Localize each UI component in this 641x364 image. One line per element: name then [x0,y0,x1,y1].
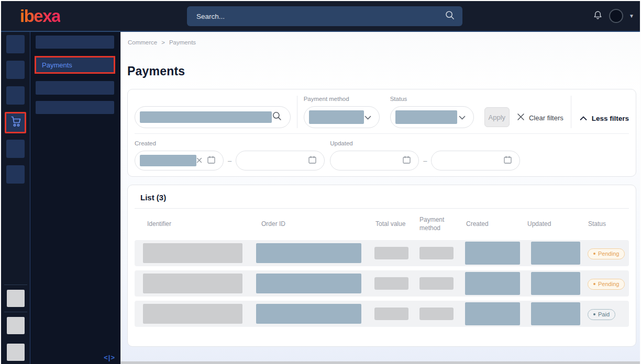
chevron-down-icon [459,112,466,122]
redacted-order-id [256,274,361,293]
redacted-value [395,110,457,124]
chevron-down-icon [364,112,371,122]
payment-method-group: Payment method [304,96,380,128]
redacted-search-value [140,111,272,123]
list-card: List (3) Identifier Order ID Total value… [127,185,636,347]
rail-bottom-item[interactable] [7,290,25,307]
breadcrumb-commerce[interactable]: Commerce [128,39,157,46]
nav-item-commerce-active[interactable] [5,112,26,133]
submenu-item-placeholder[interactable] [36,81,114,95]
divider [571,96,571,128]
calendar-icon[interactable] [207,155,216,166]
column-header-updated: Updated [526,220,583,229]
top-bar-right: ▼ [592,1,634,31]
rail-bottom-item[interactable] [7,317,25,334]
redacted-payment-method [419,308,454,320]
apply-button[interactable]: Apply [484,107,510,127]
icon-sidebar-bottom [1,280,30,364]
filter-search-input[interactable] [135,106,291,128]
table-row[interactable]: Paid [135,301,629,327]
body: Payments <|> Commerce > Payments Payment… [1,32,640,364]
clear-filters-label: Clear filters [529,114,563,122]
status-badge: Pending [588,248,625,259]
redacted-identifier [143,243,242,263]
horizontal-scrollbar[interactable] [120,361,640,364]
column-header-identifier: Identifier [135,220,256,229]
divider [4,285,27,285]
submenu-item-payments[interactable]: Payments [35,56,115,74]
table-row[interactable]: Pending [135,270,629,297]
submenu-item-label: Payments [36,61,72,69]
clear-date-icon[interactable] [196,156,202,165]
range-dash: – [423,157,427,165]
calendar-icon[interactable] [503,155,512,166]
updated-to-input[interactable] [431,151,520,170]
redacted-total-value [374,308,408,320]
updated-group: Updated – [330,140,520,170]
updated-from-input[interactable] [330,151,419,170]
breadcrumb: Commerce > Payments [128,39,634,46]
breadcrumb-current: Payments [169,39,196,46]
nav-item-placeholder[interactable] [6,86,25,105]
less-filters-button[interactable]: Less filters [580,115,629,122]
redacted-payment-method [419,277,454,290]
created-group: Created [135,140,325,170]
updated-label: Updated [330,140,520,149]
less-filters-label: Less filters [592,115,629,122]
status-select[interactable] [390,106,474,128]
payment-method-select[interactable] [304,106,380,128]
redacted-created [465,242,520,265]
redacted-identifier [143,274,242,293]
redacted-created [465,272,520,295]
table-row[interactable]: Pending [135,240,629,266]
chevron-up-icon [580,115,587,122]
nav-item-placeholder[interactable] [6,61,25,79]
user-menu-caret-icon[interactable]: ▼ [629,14,634,19]
nav-item-placeholder[interactable] [6,165,25,184]
range-dash: – [228,157,231,165]
redacted-updated [531,242,580,265]
search-input[interactable] [196,13,445,20]
created-from-input[interactable] [135,151,224,170]
submenu-item-placeholder[interactable] [36,101,114,114]
payment-method-label: Payment method [304,96,380,104]
status-group: Status [390,96,474,128]
close-icon [517,113,525,122]
redacted-payment-method [419,247,454,259]
search-icon[interactable] [445,10,455,22]
submenu-item-placeholder[interactable] [36,36,114,49]
nav-item-placeholder[interactable] [6,140,25,158]
icon-sidebar [1,32,30,364]
redacted-date-value [140,155,196,166]
clear-filters-button[interactable]: Clear filters [517,113,563,122]
top-bar: ibexa ▼ [1,1,640,32]
cart-icon [9,116,22,130]
app-window: ibexa ▼ [0,0,641,364]
column-header-status: Status [583,220,629,229]
column-header-total-value: Total value [372,220,418,229]
status-label: Status [390,96,474,104]
calendar-icon[interactable] [308,155,317,166]
avatar[interactable] [609,9,623,23]
global-search[interactable] [187,6,462,26]
filters-card: Payment method Status [127,89,636,177]
redacted-order-id [256,243,361,263]
nav-item-placeholder[interactable] [6,35,25,53]
divider [135,133,629,134]
sidebar-collapse-button[interactable]: <|> [104,354,115,361]
redacted-created [465,302,520,325]
calendar-icon[interactable] [402,155,411,166]
created-to-input[interactable] [236,151,325,170]
list-title: List (3) [135,190,629,208]
logo[interactable]: ibexa [20,7,60,25]
search-icon[interactable] [272,111,282,123]
bell-icon[interactable] [592,9,603,23]
created-label: Created [135,140,325,149]
redacted-total-value [374,277,408,290]
rail-bottom-item[interactable] [7,344,25,361]
table-header: Identifier Order ID Total value Payment … [135,209,629,240]
redacted-order-id [256,304,361,324]
breadcrumb-separator: > [161,39,165,46]
filters-row-1: Payment method Status [135,96,629,128]
created-range: – [135,151,325,170]
